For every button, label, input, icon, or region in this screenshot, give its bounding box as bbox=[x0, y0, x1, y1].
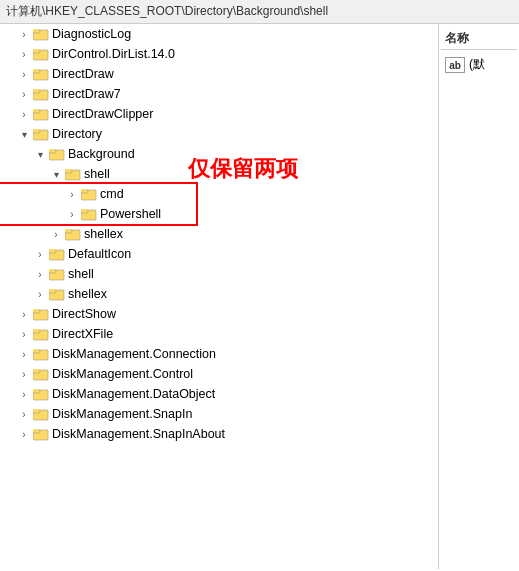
expand-icon[interactable]: ▾ bbox=[32, 146, 48, 162]
item-label: DirectXFile bbox=[52, 327, 113, 341]
folder-icon bbox=[32, 46, 50, 62]
tree-item-shell2[interactable]: › shell bbox=[0, 264, 438, 284]
right-panel-header: 名称 bbox=[441, 28, 517, 50]
tree-item-cmd[interactable]: › cmd bbox=[0, 184, 438, 204]
folder-icon bbox=[64, 166, 82, 182]
svg-rect-53 bbox=[33, 369, 39, 372]
tree-item-directory[interactable]: ▾ Directory bbox=[0, 124, 438, 144]
svg-rect-32 bbox=[65, 229, 71, 232]
expand-icon[interactable]: › bbox=[32, 246, 48, 262]
folder-icon bbox=[32, 406, 50, 422]
item-label: DiagnosticLog bbox=[52, 27, 131, 41]
item-label: DiskManagement.Control bbox=[52, 367, 193, 381]
tree-item-diskmanagement_connection[interactable]: › DiskManagement.Connection bbox=[0, 344, 438, 364]
item-label: Powershell bbox=[100, 207, 161, 221]
registry-tree[interactable]: › DiagnosticLog› DirControl.DirList.14.0… bbox=[0, 24, 439, 569]
expand-icon[interactable]: › bbox=[16, 386, 32, 402]
tree-item-powershell[interactable]: › Powershell bbox=[0, 204, 438, 224]
folder-icon bbox=[32, 426, 50, 442]
tree-item-diskmanagement_snapin[interactable]: › DiskManagement.SnapIn bbox=[0, 404, 438, 424]
svg-rect-38 bbox=[49, 269, 55, 272]
right-panel: 名称 ab (默 bbox=[439, 24, 519, 569]
folder-icon bbox=[32, 26, 50, 42]
item-label: shellex bbox=[84, 227, 123, 241]
default-label: (默 bbox=[469, 56, 485, 73]
item-label: DiskManagement.SnapIn bbox=[52, 407, 192, 421]
item-label: DiskManagement.SnapInAbout bbox=[52, 427, 225, 441]
folder-icon bbox=[48, 246, 66, 262]
right-panel-item: ab (默 bbox=[441, 54, 517, 75]
ab-icon: ab bbox=[445, 57, 465, 73]
tree-item-directdraw[interactable]: › DirectDraw bbox=[0, 64, 438, 84]
item-label: Background bbox=[68, 147, 135, 161]
expand-icon[interactable]: ▾ bbox=[16, 126, 32, 142]
svg-rect-20 bbox=[49, 149, 55, 152]
tree-item-directdrawclipper[interactable]: › DirectDrawClipper bbox=[0, 104, 438, 124]
tree-item-directdraw7[interactable]: › DirectDraw7 bbox=[0, 84, 438, 104]
expand-icon[interactable]: › bbox=[16, 346, 32, 362]
folder-icon bbox=[32, 346, 50, 362]
item-label: shell bbox=[84, 167, 110, 181]
breadcrumb-bar: 计算机\HKEY_CLASSES_ROOT\Directory\Backgrou… bbox=[0, 0, 519, 24]
svg-rect-5 bbox=[33, 49, 39, 52]
folder-icon bbox=[32, 66, 50, 82]
expand-icon[interactable]: › bbox=[32, 286, 48, 302]
folder-icon bbox=[32, 306, 50, 322]
expand-icon[interactable]: › bbox=[16, 106, 32, 122]
expand-icon[interactable]: › bbox=[16, 326, 32, 342]
svg-rect-11 bbox=[33, 89, 39, 92]
tree-item-dircontrol[interactable]: › DirControl.DirList.14.0 bbox=[0, 44, 438, 64]
tree-item-shell[interactable]: ▾ shell bbox=[0, 164, 438, 184]
tree-item-diagnosticlog[interactable]: › DiagnosticLog bbox=[0, 24, 438, 44]
svg-rect-62 bbox=[33, 429, 39, 432]
expand-icon[interactable]: › bbox=[16, 406, 32, 422]
expand-icon[interactable]: › bbox=[64, 186, 80, 202]
tree-item-directshow[interactable]: › DirectShow bbox=[0, 304, 438, 324]
tree-item-shellex2[interactable]: › shellex bbox=[0, 224, 438, 244]
folder-icon bbox=[80, 186, 98, 202]
item-label: DefaultIcon bbox=[68, 247, 131, 261]
folder-icon bbox=[48, 146, 66, 162]
tree-item-directxfile[interactable]: › DirectXFile bbox=[0, 324, 438, 344]
item-label: DiskManagement.Connection bbox=[52, 347, 216, 361]
breadcrumb-text: 计算机\HKEY_CLASSES_ROOT\Directory\Backgrou… bbox=[6, 4, 328, 18]
svg-rect-59 bbox=[33, 409, 39, 412]
tree-item-diskmanagement_control[interactable]: › DiskManagement.Control bbox=[0, 364, 438, 384]
folder-icon bbox=[48, 266, 66, 282]
expand-icon[interactable]: › bbox=[16, 46, 32, 62]
expand-icon[interactable]: › bbox=[16, 26, 32, 42]
tree-item-defaulticon[interactable]: › DefaultIcon bbox=[0, 244, 438, 264]
folder-icon bbox=[32, 86, 50, 102]
svg-rect-17 bbox=[33, 129, 39, 132]
svg-rect-14 bbox=[33, 109, 39, 112]
svg-rect-23 bbox=[65, 169, 71, 172]
item-label: DirectDraw bbox=[52, 67, 114, 81]
expand-icon[interactable]: › bbox=[16, 366, 32, 382]
item-label: DiskManagement.DataObject bbox=[52, 387, 215, 401]
svg-rect-47 bbox=[33, 329, 39, 332]
svg-rect-44 bbox=[33, 309, 39, 312]
expand-icon[interactable]: › bbox=[16, 86, 32, 102]
expand-icon[interactable]: ▾ bbox=[48, 166, 64, 182]
tree-item-diskmanagement_dataobject[interactable]: › DiskManagement.DataObject bbox=[0, 384, 438, 404]
tree-item-background[interactable]: ▾ Background bbox=[0, 144, 438, 164]
expand-icon[interactable]: › bbox=[16, 66, 32, 82]
expand-icon[interactable]: › bbox=[16, 426, 32, 442]
svg-rect-29 bbox=[81, 209, 87, 212]
item-label: Directory bbox=[52, 127, 102, 141]
svg-rect-26 bbox=[81, 189, 87, 192]
expand-icon[interactable]: › bbox=[32, 266, 48, 282]
folder-icon bbox=[64, 226, 82, 242]
item-label: shellex bbox=[68, 287, 107, 301]
tree-item-shellex3[interactable]: › shellex bbox=[0, 284, 438, 304]
svg-rect-2 bbox=[33, 29, 39, 32]
tree-item-diskmanagement_snapinabout[interactable]: › DiskManagement.SnapInAbout bbox=[0, 424, 438, 444]
svg-rect-41 bbox=[49, 289, 55, 292]
expand-icon[interactable]: › bbox=[64, 206, 80, 222]
svg-rect-35 bbox=[49, 249, 55, 252]
item-label: shell bbox=[68, 267, 94, 281]
expand-icon[interactable]: › bbox=[16, 306, 32, 322]
item-label: DirectShow bbox=[52, 307, 116, 321]
expand-icon[interactable]: › bbox=[48, 226, 64, 242]
folder-icon bbox=[32, 366, 50, 382]
